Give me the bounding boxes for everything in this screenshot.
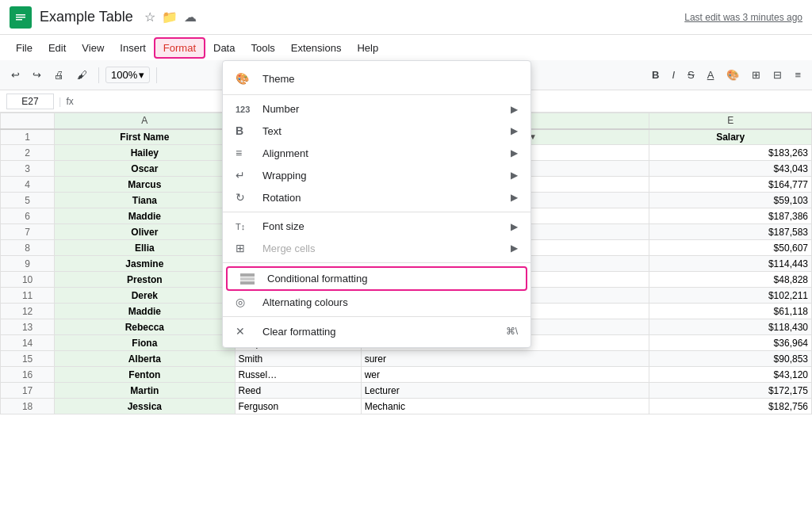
occupation-cell[interactable]: Mechanic xyxy=(361,399,649,414)
format-alternating-item[interactable]: ◎ Alternating colours xyxy=(223,291,530,313)
salary-cell[interactable]: $90,853 xyxy=(649,351,812,367)
first-name-cell[interactable]: Maddie xyxy=(55,304,235,319)
last-name-cell[interactable]: Smith xyxy=(235,351,361,367)
salary-cell[interactable]: $183,263 xyxy=(649,145,812,161)
salary-cell[interactable]: $43,120 xyxy=(649,367,812,383)
format-number-item[interactable]: 123 Number ▶ xyxy=(223,98,530,120)
underline-button[interactable]: A xyxy=(703,67,719,83)
format-dropdown: 🎨 Theme 123 Number ▶ B Text ▶ ≡ Alignmen… xyxy=(222,60,531,348)
format-wrapping-item[interactable]: ↵ Wrapping ▶ xyxy=(223,164,530,186)
col-e-header-cell[interactable]: Salary xyxy=(649,129,812,145)
last-name-cell[interactable]: Ferguson xyxy=(235,399,361,414)
table-row: 18 Jessica Ferguson Mechanic $182,756 xyxy=(1,399,812,414)
menu-edit[interactable]: Edit xyxy=(40,39,74,57)
format-fontsize-item[interactable]: T↕ Font size ▶ xyxy=(223,216,530,237)
occupation-cell[interactable]: surer xyxy=(361,351,649,367)
col-a-header-cell[interactable]: First Name xyxy=(55,129,235,145)
format-conditional-item[interactable]: Conditional formatting xyxy=(226,266,527,291)
undo-button[interactable]: ↩ xyxy=(6,67,25,83)
strikethrough-button[interactable]: S xyxy=(683,67,699,83)
first-name-cell[interactable]: Hailey xyxy=(55,145,235,161)
format-merge-item: ⊞ Merge cells ▶ xyxy=(223,237,530,259)
cell-reference-input[interactable] xyxy=(6,94,54,109)
fontsize-arrow: ▶ xyxy=(511,221,518,232)
first-name-cell[interactable]: Ellia xyxy=(55,240,235,256)
salary-cell[interactable]: $43,043 xyxy=(649,161,812,177)
number-label: Number xyxy=(262,103,511,115)
first-name-cell[interactable]: Oscar xyxy=(55,161,235,177)
salary-cell[interactable]: $59,103 xyxy=(649,193,812,208)
menu-help[interactable]: Help xyxy=(349,39,386,57)
salary-cell[interactable]: $61,118 xyxy=(649,304,812,319)
borders-button[interactable]: ⊞ xyxy=(747,67,765,83)
occupation-cell[interactable]: Lecturer xyxy=(361,383,649,399)
format-alignment-item[interactable]: ≡ Alignment ▶ xyxy=(223,142,530,164)
row-num-cell: 16 xyxy=(1,367,55,383)
text-arrow: ▶ xyxy=(511,125,518,136)
first-name-cell[interactable]: Martin xyxy=(55,383,235,399)
row-num-cell: 6 xyxy=(1,208,55,224)
italic-button[interactable]: I xyxy=(667,67,680,83)
clear-icon: ✕ xyxy=(236,325,255,338)
first-name-cell[interactable]: Tiana xyxy=(55,193,235,208)
first-name-cell[interactable]: Fiona xyxy=(55,335,235,351)
salary-cell[interactable]: $118,430 xyxy=(649,319,812,335)
menu-view[interactable]: View xyxy=(74,39,112,57)
menu-extensions[interactable]: Extensions xyxy=(283,39,350,57)
salary-cell[interactable]: $36,964 xyxy=(649,335,812,351)
first-name-cell[interactable]: Jessica xyxy=(55,399,235,414)
paint-format-button[interactable]: 🖌 xyxy=(72,67,92,83)
format-text-item[interactable]: B Text ▶ xyxy=(223,120,530,142)
row-num-cell: 3 xyxy=(1,161,55,177)
print-button[interactable]: 🖨 xyxy=(49,67,69,83)
cloud-icon[interactable]: ☁ xyxy=(184,10,197,25)
first-name-cell[interactable]: Fenton xyxy=(55,367,235,383)
col-header-rownum xyxy=(1,113,55,129)
menu-format[interactable]: Format xyxy=(154,37,205,59)
dd-separator-1 xyxy=(223,94,530,95)
first-name-cell[interactable]: Alberta xyxy=(55,351,235,367)
menu-insert[interactable]: Insert xyxy=(112,39,154,57)
menu-tools[interactable]: Tools xyxy=(243,39,282,57)
salary-cell[interactable]: $182,756 xyxy=(649,399,812,414)
fill-color-button[interactable]: 🎨 xyxy=(722,67,744,83)
last-name-cell[interactable]: Russel… xyxy=(235,367,361,383)
row-1-num: 1 xyxy=(1,129,55,145)
first-name-cell[interactable]: Oliver xyxy=(55,224,235,240)
row-num-cell: 9 xyxy=(1,256,55,272)
alignment-icon: ≡ xyxy=(236,147,255,159)
align-button[interactable]: ≡ xyxy=(790,67,806,83)
bold-button[interactable]: B xyxy=(647,67,664,83)
col-header-e[interactable]: E xyxy=(649,113,812,129)
salary-cell[interactable]: $187,386 xyxy=(649,208,812,224)
salary-cell[interactable]: $50,607 xyxy=(649,240,812,256)
row-num-cell: 12 xyxy=(1,304,55,319)
last-name-cell[interactable]: Reed xyxy=(235,383,361,399)
first-name-cell[interactable]: Rebecca xyxy=(55,319,235,335)
salary-cell[interactable]: $164,777 xyxy=(649,177,812,193)
format-rotation-item[interactable]: ↻ Rotation ▶ xyxy=(223,186,530,208)
salary-cell[interactable]: $48,828 xyxy=(649,272,812,288)
conditional-label: Conditional formatting xyxy=(267,273,513,285)
redo-button[interactable]: ↪ xyxy=(28,67,46,83)
menu-file[interactable]: File xyxy=(8,39,40,57)
salary-cell[interactable]: $172,175 xyxy=(649,383,812,399)
col-header-a[interactable]: A xyxy=(55,113,235,129)
star-icon[interactable]: ☆ xyxy=(144,10,155,25)
first-name-cell[interactable]: Maddie xyxy=(55,208,235,224)
last-edit-label[interactable]: Last edit was 3 minutes ago xyxy=(684,12,802,23)
first-name-cell[interactable]: Marcus xyxy=(55,177,235,193)
salary-cell[interactable]: $102,211 xyxy=(649,288,812,304)
salary-cell[interactable]: $187,583 xyxy=(649,224,812,240)
folder-icon[interactable]: 📁 xyxy=(162,10,178,25)
merge-button[interactable]: ⊟ xyxy=(768,67,787,83)
format-clear-item[interactable]: ✕ Clear formatting ⌘\ xyxy=(223,320,530,342)
occupation-cell[interactable]: wer xyxy=(361,367,649,383)
format-theme-item[interactable]: 🎨 Theme xyxy=(223,66,530,91)
first-name-cell[interactable]: Jasmine xyxy=(55,256,235,272)
salary-cell[interactable]: $114,443 xyxy=(649,256,812,272)
first-name-cell[interactable]: Preston xyxy=(55,272,235,288)
zoom-selector[interactable]: 100% ▾ xyxy=(105,67,150,83)
first-name-cell[interactable]: Derek xyxy=(55,288,235,304)
menu-data[interactable]: Data xyxy=(205,39,243,57)
